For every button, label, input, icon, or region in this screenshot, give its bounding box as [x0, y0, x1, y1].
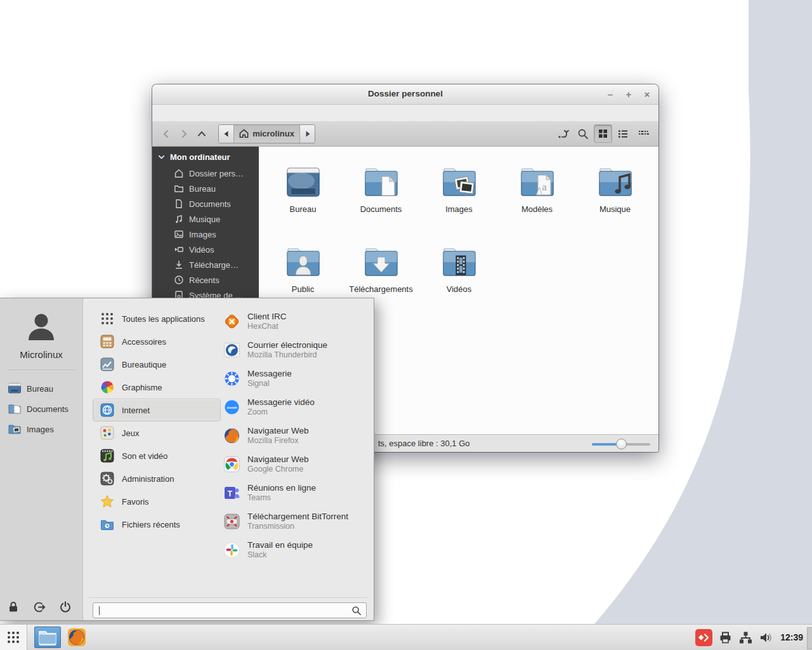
titlebar[interactable]: Dossier personnel – + × [152, 84, 658, 105]
network-tray-icon[interactable] [738, 630, 753, 645]
svg-text:a: a [542, 181, 547, 193]
menu-category-item[interactable]: Toutes les applications [93, 307, 221, 330]
volume-tray-icon[interactable] [759, 630, 773, 645]
download-icon [174, 260, 184, 270]
file-item[interactable]: Images [420, 162, 498, 242]
menu-app-item[interactable]: Messagerie Signal [223, 364, 370, 393]
menu-app-item[interactable]: zoom Messagerie vidéo Zoom [223, 393, 370, 421]
minimize-button[interactable]: – [605, 90, 615, 100]
file-icon [174, 199, 184, 209]
view-icons-button[interactable] [594, 125, 612, 142]
file-label: Bureau [290, 204, 317, 214]
sidebar-place-item[interactable]: Dossier pers… [152, 166, 259, 181]
zoom-slider-thumb[interactable] [616, 439, 627, 449]
show-desktop-button[interactable] [807, 627, 812, 649]
forward-button[interactable] [175, 125, 193, 143]
file-item[interactable]: Vidéos [420, 242, 498, 322]
logout-button[interactable] [31, 599, 48, 615]
path-scroll-left-button[interactable] [219, 125, 233, 143]
sidebar-place-label: Images [189, 230, 216, 239]
menu-app-item[interactable]: Client IRC HexChat [223, 307, 370, 336]
menu-shortcut-label: Bureau [27, 384, 53, 394]
clock[interactable]: 12:39 [780, 632, 803, 642]
sidebar-place-item[interactable]: Musique [152, 211, 259, 227]
menu-category-item[interactable]: Internet [93, 399, 221, 421]
open-location-button[interactable] [554, 125, 572, 143]
file-item[interactable]: Musique [576, 162, 654, 242]
recent-icon [100, 517, 115, 532]
menu-category-item[interactable]: Fichiers récents [93, 513, 221, 536]
menu-shortcut-item[interactable]: Documents [0, 399, 82, 419]
sidebar-place-item[interactable]: Images [152, 227, 259, 242]
maximize-button[interactable]: + [624, 90, 634, 100]
office-icon [100, 357, 115, 372]
teams-icon: T [223, 484, 240, 501]
view-list-button[interactable] [614, 125, 632, 143]
sidebar-place-item[interactable]: Bureau [152, 181, 259, 196]
window-title: Dossier personnel [152, 89, 658, 98]
sidebar-section-computer[interactable]: Mon ordinateur [152, 147, 259, 166]
menubar-item[interactable] [156, 110, 167, 116]
menu-category-item[interactable]: Son et vidéo [93, 444, 221, 467]
sidebar-place-item[interactable]: Documents [152, 196, 259, 211]
file-item[interactable]: Bureau [264, 162, 342, 242]
sidebar-place-item[interactable]: Vidéos [152, 242, 259, 257]
updater-tray-icon[interactable] [695, 629, 712, 646]
menu-category-item[interactable]: Administration [93, 467, 221, 490]
menu-category-item[interactable]: Jeux [93, 421, 221, 444]
sidebar-place-item[interactable]: Télécharge… [152, 257, 259, 272]
menubar-item[interactable] [213, 110, 225, 116]
slack-icon [223, 541, 240, 559]
menubar-item[interactable] [202, 110, 213, 116]
menu-category-item[interactable]: Graphisme [93, 376, 221, 399]
file-item[interactable]: a Modèles [498, 162, 576, 242]
menu-category-label: Bureautique [122, 360, 166, 369]
back-button[interactable] [157, 125, 175, 143]
admin-icon [100, 471, 115, 486]
close-button[interactable]: × [642, 90, 652, 100]
menu-search-input[interactable] [93, 602, 367, 618]
forward-icon [178, 128, 190, 140]
menu-shortcut-item[interactable]: Images [0, 419, 82, 439]
view-compact-button[interactable] [634, 125, 652, 143]
path-scroll-right-button[interactable] [299, 125, 315, 143]
sidebar-place-label: Bureau [189, 184, 216, 194]
sidebar-place-item[interactable]: Récents [152, 272, 259, 288]
menu-category-label: Toutes les applications [122, 314, 205, 324]
app-subtitle: Zoom [247, 408, 315, 417]
menubar-item[interactable] [190, 110, 202, 116]
menu-app-item[interactable]: Navigateur Web Mozilla Firefox [223, 421, 370, 450]
menu-app-item[interactable]: Travail en équipe Slack [223, 536, 370, 564]
menu-category-item[interactable]: Accessoires [93, 330, 221, 353]
file-manager-task-button[interactable] [34, 627, 61, 648]
menu-user-panel: Microlinux Bureau Documents Images [0, 298, 83, 620]
path-location-button[interactable]: microlinux [233, 125, 299, 143]
menu-shortcut-item[interactable]: Bureau [0, 378, 82, 399]
app-title: Courrier électronique [247, 340, 327, 350]
app-title: Téléchargement BitTorrent [247, 512, 348, 522]
menu-app-item[interactable]: Courrier électronique Mozilla Thunderbir… [223, 336, 370, 364]
app-subtitle: Transmission [247, 522, 348, 531]
folder-download-icon [360, 242, 402, 282]
firefox-launcher[interactable] [65, 627, 89, 648]
menu-app-item[interactable]: T Réunions en ligne Teams [223, 479, 370, 507]
zoomapp-icon: zoom [223, 399, 240, 416]
menu-app-item[interactable]: Navigateur Web Google Chrome [223, 450, 370, 479]
app-title: Navigateur Web [247, 454, 309, 465]
menu-separator [89, 597, 367, 598]
menu-category-item[interactable]: Favoris [93, 490, 221, 513]
search-button[interactable] [574, 125, 592, 143]
menubar-item[interactable] [179, 110, 190, 116]
lock-screen-button[interactable] [5, 599, 22, 615]
power-button[interactable] [57, 599, 74, 615]
printer-tray-icon[interactable] [718, 630, 733, 645]
applications-menu-button[interactable] [0, 625, 27, 650]
menubar-item[interactable] [167, 110, 179, 116]
menu-app-item[interactable]: Téléchargement BitTorrent Transmission [223, 507, 370, 536]
menu-category-item[interactable]: Bureautique [93, 353, 221, 376]
sidebar-place-label: Vidéos [189, 245, 214, 255]
up-button[interactable] [193, 125, 211, 143]
file-item[interactable]: Documents [342, 162, 420, 242]
zoom-slider[interactable] [592, 438, 650, 449]
folder-video-icon [438, 242, 480, 282]
